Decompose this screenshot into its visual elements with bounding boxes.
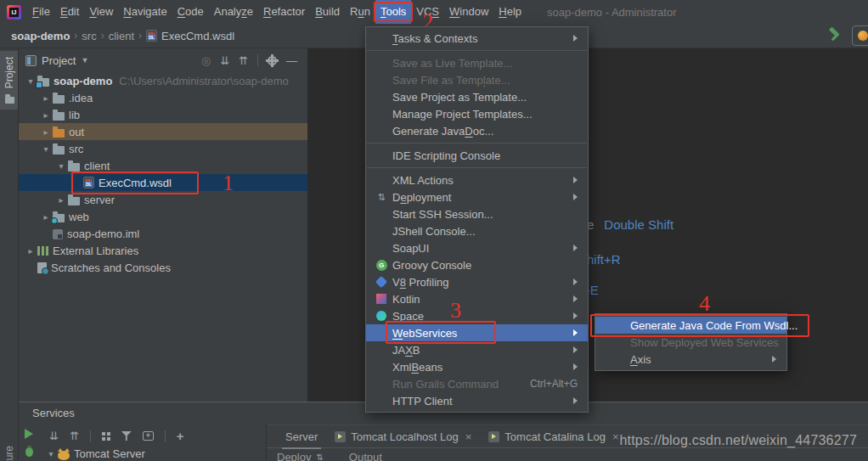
collapse-all-icon[interactable]: ⇈ xyxy=(70,430,79,441)
menu-item-space[interactable]: Space xyxy=(366,307,588,324)
menu-item-jshell-console[interactable]: JShell Console... xyxy=(366,222,588,239)
menubar-item-analyze[interactable]: Analyze xyxy=(209,0,258,24)
tool-window-button-structure[interactable]: Structure xyxy=(0,440,19,461)
chevron-right-icon[interactable]: ▸ xyxy=(39,93,53,103)
tab-tomcat-localhost-log[interactable]: Tomcat Localhost Log× xyxy=(326,424,480,448)
menu-item-xml-actions[interactable]: XML Actions xyxy=(366,171,588,188)
menubar-item-navigate[interactable]: Navigate xyxy=(118,0,172,24)
new-frame-icon[interactable] xyxy=(143,431,154,441)
menu-item-label: Generate JavaDoc... xyxy=(392,125,493,138)
close-icon[interactable]: × xyxy=(465,430,472,443)
menu-item-show-deployed-web-services[interactable]: Show Deployed Web Services xyxy=(595,334,786,351)
menu-item-start-ssh-session[interactable]: Start SSH Session... xyxy=(366,205,588,222)
annotation-number-step4: 4 xyxy=(699,293,710,315)
excluded-folder-icon xyxy=(53,129,65,138)
breadcrumb-item-execcmd-wsdl[interactable]: ExecCmd.wsdl xyxy=(146,30,234,42)
expand-all-icon[interactable]: ⇊ xyxy=(220,55,229,66)
menubar-item-edit[interactable]: Edit xyxy=(55,0,84,24)
iml-file-icon xyxy=(53,229,63,239)
menu-item-webservices[interactable]: WebServices3 xyxy=(366,324,588,341)
menu-item-v8-profiling[interactable]: V8 Profiling xyxy=(366,273,588,290)
web-folder-icon xyxy=(53,214,65,222)
tree-row-external-libraries[interactable]: ▸External Libraries xyxy=(19,242,307,259)
filter-icon[interactable] xyxy=(121,431,132,441)
menubar-item-help[interactable]: Help xyxy=(493,0,527,24)
menu-item-http-client[interactable]: HTTP Client xyxy=(366,392,588,409)
tree-row-src[interactable]: ▾src xyxy=(19,140,307,157)
menubar-item-window[interactable]: Window xyxy=(444,0,493,24)
tree-row-client[interactable]: ▾client xyxy=(19,157,307,174)
menu-item-ide-scripting-console[interactable]: IDE Scripting Console xyxy=(366,147,588,164)
menubar-item-build[interactable]: Build xyxy=(310,0,345,24)
menubar-item-view[interactable]: View xyxy=(84,0,118,24)
tree-row-lib[interactable]: ▸lib xyxy=(19,106,307,123)
menu-item-groovy-console[interactable]: Groovy Console xyxy=(366,256,588,273)
menu-item-generate-javadoc[interactable]: Generate JavaDoc... xyxy=(366,122,588,139)
services-panel-title: Services xyxy=(32,407,75,419)
menu-item-axis[interactable]: Axis xyxy=(595,351,786,368)
submenu-arrow-icon xyxy=(573,363,578,370)
tree-row-soap-demo[interactable]: ▾soap-demoC:\Users\Administrator\soap-de… xyxy=(19,72,307,89)
menubar-item-file[interactable]: File xyxy=(27,0,55,24)
tree-row-server[interactable]: ▸server xyxy=(19,191,307,208)
debug-icon[interactable] xyxy=(25,447,33,457)
chevron-down-icon[interactable]: ▼ xyxy=(81,56,88,65)
chevron-right-icon[interactable]: ▸ xyxy=(39,127,53,137)
menu-item-generate-java-code-from-wsdl[interactable]: Generate Java Code From Wsdl...4 xyxy=(595,317,786,334)
menu-item-deployment[interactable]: ⇅Deployment xyxy=(366,188,588,205)
tree-row-idea[interactable]: ▸.idea xyxy=(19,89,307,106)
expand-all-icon[interactable]: ⇊ xyxy=(49,430,59,441)
tree-row-web[interactable]: ▸web xyxy=(19,208,307,225)
tree-row-soap-demo-iml[interactable]: soap-demo.iml xyxy=(19,225,307,242)
menu-item-save-as-live-template[interactable]: Save as Live Template... xyxy=(366,54,588,71)
menu-item-label: Tasks & Contexts xyxy=(392,32,477,45)
footer-tab-output[interactable]: Output xyxy=(349,451,382,461)
project-panel-title[interactable]: Project xyxy=(42,54,76,67)
chevron-right-icon[interactable]: ▸ xyxy=(24,246,37,256)
menu-item-jaxb[interactable]: JAXB xyxy=(366,341,588,358)
watermark: https://blog.csdn.net/weixin_44736277 xyxy=(619,433,857,448)
breadcrumb-item-src[interactable]: src xyxy=(82,30,96,42)
tool-window-button-project[interactable]: Project xyxy=(0,51,19,110)
tree-row-out[interactable]: ▸out xyxy=(19,123,307,140)
hide-icon[interactable]: — xyxy=(286,55,297,66)
footer-tab-deploy[interactable]: Deploy⇅ xyxy=(277,451,324,461)
tab-server[interactable]: Server xyxy=(277,424,326,448)
menu-item-xmlbeans[interactable]: XmlBeans xyxy=(366,358,588,375)
tree-row-execcmd-wsdl[interactable]: ExecCmd.wsdl1 xyxy=(19,174,307,191)
close-icon[interactable]: × xyxy=(612,430,619,443)
chevron-right-icon[interactable]: ▸ xyxy=(39,110,53,120)
notification-button[interactable] xyxy=(852,25,868,46)
chevron-down-icon[interactable]: ▾ xyxy=(54,161,68,171)
breadcrumb-item-soap-demo[interactable]: soap-demo xyxy=(11,30,70,42)
menu-item-tasks-contexts[interactable]: Tasks & Contexts xyxy=(366,30,588,47)
tree-row-scratches-and-consoles[interactable]: Scratches and Consoles xyxy=(19,259,307,276)
breadcrumb-item-client[interactable]: client xyxy=(109,30,134,42)
menu-item-save-file-as-template[interactable]: Save File as Template... xyxy=(366,71,588,88)
menubar-item-refactor[interactable]: Refactor xyxy=(258,0,310,24)
tree-item-label: soap-demo.iml xyxy=(67,228,139,240)
chevron-down-icon[interactable]: ▾ xyxy=(44,449,58,458)
menubar-item-run[interactable]: Run xyxy=(345,0,375,24)
deployment-icon: ⇅ xyxy=(377,193,385,202)
menu-item-label: Generate Java Code From Wsdl... xyxy=(630,319,798,332)
menu-item-kotlin[interactable]: Kotlin xyxy=(366,290,588,307)
tree-item-label: server xyxy=(84,194,115,206)
build-hammer-icon[interactable] xyxy=(826,27,843,44)
menu-item-save-project-as-template[interactable]: Save Project as Template... xyxy=(366,88,588,105)
menu-item-shortcut: Ctrl+Alt+G xyxy=(530,378,578,390)
add-icon[interactable]: + xyxy=(177,430,184,442)
chevron-right-icon[interactable]: ▸ xyxy=(54,195,68,205)
settings-icon[interactable] xyxy=(268,56,277,65)
chevron-down-icon[interactable]: ▾ xyxy=(39,144,53,154)
menu-item-run-grails-command[interactable]: Run Grails CommandCtrl+Alt+G xyxy=(366,375,588,392)
collapse-all-icon[interactable]: ⇈ xyxy=(239,55,248,66)
menubar-item-code[interactable]: Code xyxy=(172,0,209,24)
play-icon[interactable] xyxy=(25,429,33,439)
group-by-icon[interactable] xyxy=(102,432,110,441)
tab-tomcat-catalina-log[interactable]: Tomcat Catalina Log× xyxy=(480,424,627,448)
menu-item-soapui[interactable]: SoapUI xyxy=(366,239,588,256)
menubar-item-tools[interactable]: Tools2 xyxy=(375,0,411,24)
menu-item-manage-project-templates[interactable]: Manage Project Templates... xyxy=(366,105,588,122)
locate-icon[interactable]: ◎ xyxy=(201,55,211,66)
